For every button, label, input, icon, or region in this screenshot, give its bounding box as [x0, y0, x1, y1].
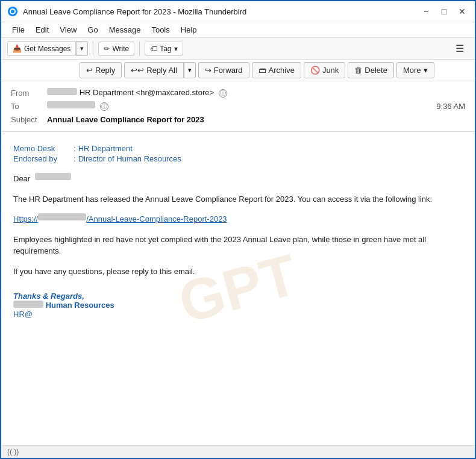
hamburger-menu[interactable]: ☰ — [451, 40, 469, 57]
window-title: Annual Leave Compliance Report for 2023 … — [23, 7, 246, 16]
get-messages-group: 📥 Get Messages ▾ — [7, 41, 88, 56]
thunderbird-icon — [7, 6, 18, 17]
body-para-1: The HR Department has released the Annua… — [13, 193, 463, 205]
archive-button[interactable]: 🗃 Archive — [252, 62, 301, 78]
junk-button[interactable]: 🚫 Junk — [304, 62, 345, 78]
memo-table: Memo Desk : HR Department Endorsed by : … — [13, 144, 463, 163]
reply-icon: ↩ — [86, 66, 93, 75]
sig-name: Human Resources — [13, 301, 463, 310]
from-row: From HR Department <hr@maxcared.store> ⓘ — [11, 86, 465, 99]
menu-bar: File Edit View Go Message Tools Help — [1, 22, 475, 38]
subject-value: Annual Leave Compliance Report for 2023 — [47, 115, 204, 124]
toolbar-separator-2 — [139, 42, 140, 56]
forward-button[interactable]: ↪ Forward — [198, 62, 249, 78]
tag-button[interactable]: 🏷 Tag ▾ — [145, 42, 183, 56]
memo-colon-1: : — [74, 144, 76, 153]
junk-icon: 🚫 — [310, 66, 320, 75]
to-value: ⓘ — [47, 101, 436, 111]
endorsed-by-row: Endorsed by : Director of Human Resource… — [13, 154, 463, 163]
title-bar-left: Annual Leave Compliance Report for 2023 … — [7, 6, 246, 17]
email-body: GPT Memo Desk : HR Department Endorsed b… — [1, 132, 475, 445]
body-para-2: Employees highlighted in red have not ye… — [13, 234, 463, 257]
delete-icon: 🗑 — [354, 66, 362, 75]
from-email: <hr@maxcared.store> — [136, 88, 215, 97]
link-blurred — [38, 213, 86, 220]
get-messages-dropdown[interactable]: ▾ — [76, 41, 88, 56]
link-prefix: Https:// — [13, 214, 38, 223]
subject-row: Subject Annual Leave Compliance Report f… — [11, 113, 465, 126]
endorsed-by-label: Endorsed by — [13, 154, 74, 163]
reply-button[interactable]: ↩ Reply — [80, 62, 122, 78]
greeting-para: Dear — [13, 173, 463, 185]
endorsed-by-value: Director of Human Resources — [78, 154, 181, 163]
memo-desk-label: Memo Desk — [13, 144, 74, 153]
compliance-report-link[interactable]: Https:// /Annual-Leave-Compliance-Report… — [13, 214, 227, 223]
status-bar: ((·)) — [1, 445, 475, 458]
link-suffix: /Annual-Leave-Compliance-Report-2023 — [86, 214, 227, 223]
sig-email: HR@ — [13, 310, 463, 319]
wifi-icon: ((·)) — [7, 448, 19, 456]
toolbar-separator-1 — [93, 42, 93, 56]
menu-view[interactable]: View — [55, 23, 81, 36]
email-header: From HR Department <hr@maxcared.store> ⓘ… — [1, 81, 475, 132]
from-info-icon[interactable]: ⓘ — [219, 89, 227, 98]
toolbar: 📥 Get Messages ▾ ✏ Write 🏷 Tag ▾ ☰ — [1, 38, 475, 60]
menu-go[interactable]: Go — [83, 23, 102, 36]
write-button[interactable]: ✏ Write — [98, 42, 134, 56]
more-dropdown-arrow: ▾ — [424, 66, 428, 75]
tag-dropdown-arrow: ▾ — [174, 45, 178, 53]
menu-message[interactable]: Message — [104, 23, 146, 36]
forward-icon: ↪ — [205, 66, 211, 75]
to-blurred — [47, 101, 95, 108]
recipient-blurred — [35, 173, 71, 180]
inbox-icon: 📥 — [13, 45, 22, 53]
close-button[interactable]: ✕ — [456, 5, 469, 18]
menu-help[interactable]: Help — [176, 23, 202, 36]
title-bar: Annual Leave Compliance Report for 2023 … — [1, 1, 475, 22]
email-content: Memo Desk : HR Department Endorsed by : … — [13, 144, 463, 319]
action-bar: ↩ Reply ↩↩ Reply All ▾ ↪ Forward 🗃 Archi… — [1, 60, 475, 81]
delete-button[interactable]: 🗑 Delete — [348, 62, 394, 78]
app-window: Annual Leave Compliance Report for 2023 … — [0, 0, 476, 459]
reply-all-group: ↩↩ Reply All ▾ — [124, 62, 196, 78]
maximize-button[interactable]: □ — [437, 5, 451, 18]
to-label: To — [11, 102, 47, 111]
minimize-button[interactable]: − — [419, 5, 433, 18]
from-name: HR Department — [80, 88, 134, 97]
from-blurred — [47, 88, 77, 95]
archive-icon: 🗃 — [258, 66, 266, 75]
from-value: HR Department <hr@maxcared.store> ⓘ — [47, 88, 465, 98]
reply-all-dropdown[interactable]: ▾ — [184, 62, 196, 78]
svg-point-2 — [11, 10, 14, 13]
menu-edit[interactable]: Edit — [31, 23, 54, 36]
more-button[interactable]: More ▾ — [396, 62, 434, 78]
to-info-icon[interactable]: ⓘ — [100, 102, 108, 111]
tag-icon: 🏷 — [150, 45, 157, 53]
write-icon: ✏ — [104, 45, 110, 53]
menu-tools[interactable]: Tools — [146, 23, 174, 36]
sig-thanks: Thanks & Regards, — [13, 292, 463, 301]
title-bar-controls: − □ ✕ — [419, 5, 469, 18]
subject-label: Subject — [11, 115, 47, 124]
signature: Thanks & Regards, Human Resources HR@ — [13, 292, 463, 319]
get-messages-button[interactable]: 📥 Get Messages — [7, 41, 76, 56]
reply-all-icon: ↩↩ — [131, 66, 144, 75]
email-time: 9:36 AM — [436, 102, 465, 111]
memo-colon-2: : — [74, 154, 76, 163]
sig-name-blurred — [13, 301, 43, 308]
body-para-3: If you have any questions, please reply … — [13, 266, 463, 278]
to-row: To ⓘ 9:36 AM — [11, 99, 465, 113]
reply-all-button[interactable]: ↩↩ Reply All — [124, 62, 184, 78]
menu-file[interactable]: File — [7, 23, 30, 36]
memo-desk-value: HR Department — [78, 144, 133, 153]
from-label: From — [11, 89, 47, 98]
memo-desk-row: Memo Desk : HR Department — [13, 144, 463, 153]
link-para: Https:// /Annual-Leave-Compliance-Report… — [13, 213, 463, 225]
